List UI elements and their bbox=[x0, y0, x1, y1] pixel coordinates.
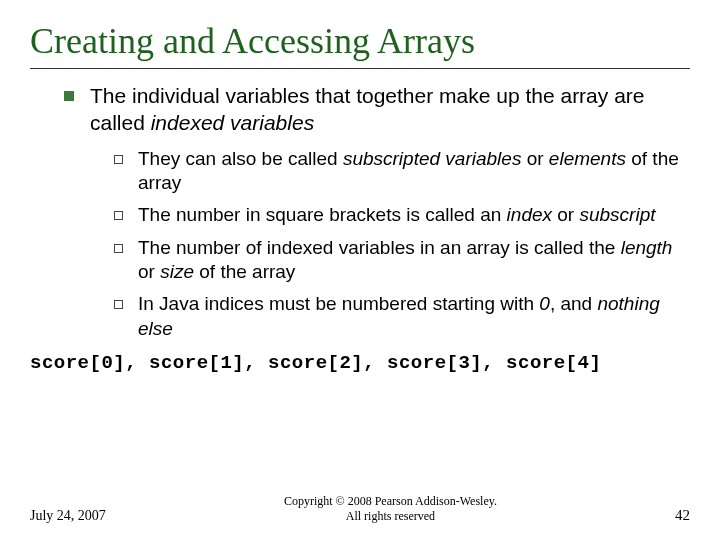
bullet-text-italic: indexed variables bbox=[151, 111, 314, 134]
slide-title: Creating and Accessing Arrays bbox=[30, 20, 690, 62]
text-italic: subscript bbox=[579, 204, 655, 225]
slide-content: The individual variables that together m… bbox=[30, 83, 690, 375]
list-item: The number in square brackets is called … bbox=[114, 203, 690, 227]
text: or bbox=[521, 148, 548, 169]
list-item: The number of indexed variables in an ar… bbox=[114, 236, 690, 285]
text: of the array bbox=[194, 261, 295, 282]
bullet-list-level1: The individual variables that together m… bbox=[30, 83, 690, 341]
list-item: The individual variables that together m… bbox=[64, 83, 690, 341]
copyright-line1: Copyright © 2008 Pearson Addison-Wesley. bbox=[284, 494, 497, 508]
slide: Creating and Accessing Arrays The indivi… bbox=[0, 0, 720, 540]
text-italic: 0 bbox=[539, 293, 550, 314]
copyright-line2: All rights reserved bbox=[346, 509, 435, 523]
title-rule bbox=[30, 68, 690, 69]
list-item: They can also be called subscripted vari… bbox=[114, 147, 690, 196]
text: In Java indices must be numbered startin… bbox=[138, 293, 539, 314]
footer-page-number: 42 bbox=[675, 507, 690, 524]
text: , and bbox=[550, 293, 598, 314]
footer-date: July 24, 2007 bbox=[30, 508, 106, 524]
text: The number in square brackets is called … bbox=[138, 204, 507, 225]
text-italic: length bbox=[621, 237, 673, 258]
text-italic: elements bbox=[549, 148, 626, 169]
text-italic: size bbox=[160, 261, 194, 282]
text: or bbox=[138, 261, 160, 282]
text: They can also be called bbox=[138, 148, 343, 169]
footer-copyright: Copyright © 2008 Pearson Addison-Wesley.… bbox=[126, 494, 655, 524]
text-italic: subscripted variables bbox=[343, 148, 521, 169]
bullet-list-level2: They can also be called subscripted vari… bbox=[90, 147, 690, 341]
text: or bbox=[552, 204, 579, 225]
text-italic: index bbox=[507, 204, 552, 225]
list-item: In Java indices must be numbered startin… bbox=[114, 292, 690, 341]
text: The number of indexed variables in an ar… bbox=[138, 237, 621, 258]
code-example: score[0], score[1], score[2], score[3], … bbox=[30, 351, 690, 375]
slide-footer: July 24, 2007 Copyright © 2008 Pearson A… bbox=[30, 494, 690, 524]
